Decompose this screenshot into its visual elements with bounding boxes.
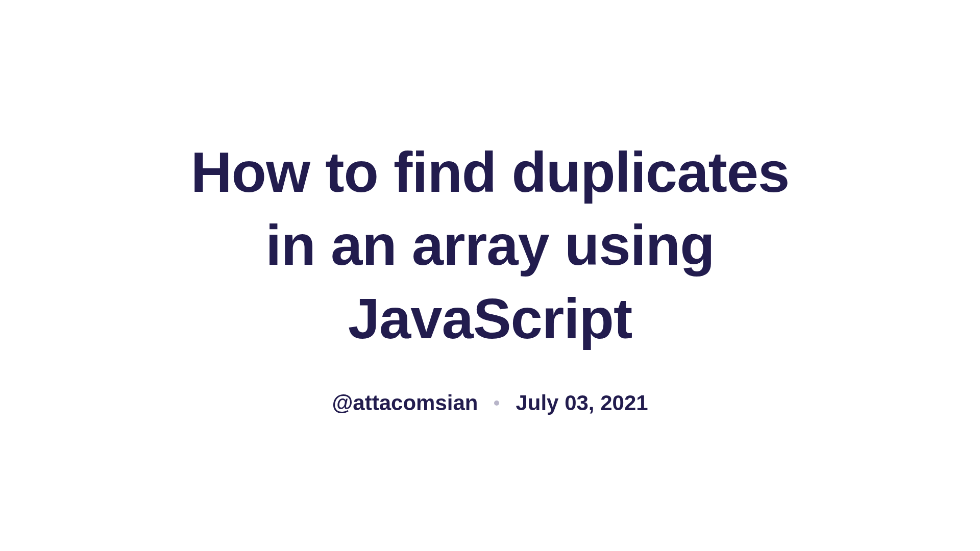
separator-dot	[494, 400, 499, 406]
publish-date: July 03, 2021	[516, 391, 648, 415]
card-container: How to find duplicates in an array using…	[184, 136, 796, 415]
author-handle: @attacomsian	[332, 391, 478, 415]
meta-row: @attacomsian July 03, 2021	[184, 391, 796, 415]
article-title: How to find duplicates in an array using…	[184, 136, 796, 355]
